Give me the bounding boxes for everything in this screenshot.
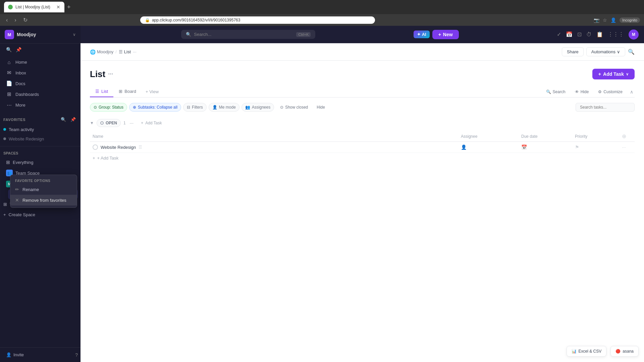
page-title: List ···: [90, 69, 113, 79]
excel-csv-import-button[interactable]: 📊 Excel & CSV: [567, 346, 607, 357]
filters-button[interactable]: ⊟ Filters: [183, 103, 207, 112]
refresh-button[interactable]: ↻: [21, 16, 30, 24]
col-priority-header: Priority: [575, 134, 622, 139]
favorites-item-website-redesign[interactable]: Website Redesign ···: [0, 134, 80, 143]
sidebar-item-more-label: More: [15, 103, 25, 108]
search-bar[interactable]: 🔍 Search... Ctrl+K: [181, 30, 315, 39]
view-hide-button[interactable]: 👁 Hide: [572, 88, 592, 96]
view-customize-button[interactable]: ⚙ Customize: [595, 88, 626, 96]
favorites-pin-icon[interactable]: 📌: [69, 116, 77, 123]
sidebar-item-home[interactable]: ⌂ Home: [3, 57, 78, 67]
add-task-button[interactable]: + Add Task ∨: [592, 69, 635, 79]
me-mode-button[interactable]: 👤 Me mode: [209, 103, 239, 112]
task-section-toggle[interactable]: ▼: [90, 121, 94, 125]
file-icon[interactable]: 📋: [596, 31, 603, 38]
spaces-label: Spaces: [3, 151, 18, 155]
sidebar-item-inbox[interactable]: ✉ Inbox: [3, 67, 78, 78]
assignees-icon: 👥: [245, 105, 250, 110]
share-button[interactable]: Share: [562, 47, 584, 56]
breadcrumb-workspace-icon: 🌐: [90, 49, 96, 55]
sidebar-item-docs[interactable]: 📄 Docs: [3, 78, 78, 89]
asana-import-button[interactable]: 🔴 asana: [610, 346, 639, 357]
show-closed-button[interactable]: ⊙ Show closed: [276, 103, 312, 111]
task-assignee-icon[interactable]: 👤: [461, 144, 521, 150]
add-task-inline-label: Add Task: [145, 121, 162, 125]
sidebar-search-icon[interactable]: 🔍: [5, 46, 13, 54]
breadcrumb: 🌐 Moodjoy / ☰ List ···: [90, 49, 137, 55]
inbox-icon: ✉: [6, 70, 12, 76]
page-title-text: List: [90, 69, 105, 79]
grid-icon[interactable]: ⋮⋮⋮: [608, 31, 624, 38]
sidebar-item-docs-label: Docs: [15, 81, 25, 86]
check-icon[interactable]: ✓: [557, 31, 561, 38]
favorites-item-team-activity[interactable]: Team activity ···: [0, 125, 80, 134]
browser-tab[interactable]: List | Moodjoy (List) ✕: [4, 2, 64, 12]
breadcrumb-more-icon[interactable]: ···: [133, 49, 137, 54]
task-desc-icon[interactable]: ☰: [139, 145, 142, 149]
tab-close-icon[interactable]: ✕: [56, 4, 60, 10]
context-menu-rename[interactable]: ✏ Rename: [10, 184, 77, 195]
me-mode-icon: 👤: [212, 105, 217, 110]
topbar: 🔍 Search... Ctrl+K ✦ AI + New ✓ 📅 ⊡ ⏱ 📋 …: [80, 26, 644, 43]
task-due-date-icon[interactable]: 📅: [521, 144, 575, 150]
page-search-icon[interactable]: 🔍: [628, 49, 635, 55]
sidebar-pin-icon[interactable]: 📌: [14, 46, 23, 54]
page-header: 🌐 Moodjoy / ☰ List ··· Share Automations…: [80, 43, 644, 61]
sidebar-item-dashboards[interactable]: ⊞ Dashboards: [3, 89, 78, 100]
view-search-button[interactable]: 🔍 Search: [543, 88, 569, 96]
incognito-badge: Incognito: [620, 17, 640, 23]
assignees-button[interactable]: 👥 Assignees: [241, 103, 274, 112]
layout-icon[interactable]: ⊡: [577, 31, 582, 38]
group-status-tag[interactable]: ⊙ Group: Status: [90, 103, 127, 112]
hide-button[interactable]: Hide: [314, 103, 328, 111]
tab-list[interactable]: ☰ List: [90, 86, 113, 97]
subtasks-tag[interactable]: ⊕ Subtasks: Collapse all: [129, 103, 181, 112]
create-space-button[interactable]: + Create Space: [0, 209, 80, 220]
add-view-button[interactable]: + View: [142, 86, 163, 97]
task-more-icon[interactable]: ···: [622, 144, 632, 150]
workspace-chevron-icon[interactable]: ∨: [73, 32, 76, 37]
calendar-icon[interactable]: 📅: [566, 31, 573, 38]
invite-button[interactable]: 👤 Invite: [3, 350, 27, 359]
app-container: M Moodjoy ∨ 🔍 📌 ⌂ Home ✉ Inbox 📄 Docs: [0, 26, 644, 362]
task-section-more-icon[interactable]: ···: [128, 120, 135, 126]
tab-board[interactable]: ⊞ Board: [113, 86, 142, 97]
forward-button[interactable]: ›: [12, 16, 18, 24]
profile-icon[interactable]: 👤: [610, 17, 616, 23]
remove-favorites-icon: ✕: [15, 197, 19, 203]
page-title-more-icon[interactable]: ···: [108, 71, 113, 78]
new-plus-icon: +: [438, 32, 441, 37]
excel-csv-label: Excel & CSV: [579, 349, 602, 354]
breadcrumb-current-item[interactable]: ☰ List: [119, 49, 131, 54]
user-avatar[interactable]: M: [629, 29, 639, 40]
new-tab-icon[interactable]: +: [67, 4, 71, 11]
url-bar[interactable]: 🔒 app.clickup.com/9016164592/v/l/li/9016…: [140, 16, 375, 24]
task-name-cell: Website Redesign ☰: [93, 144, 461, 150]
breadcrumb-separator: /: [115, 49, 117, 54]
back-button[interactable]: ‹: [4, 16, 10, 24]
help-icon[interactable]: ?: [75, 352, 78, 358]
task-checkbox[interactable]: [93, 144, 98, 150]
table-row[interactable]: Website Redesign ☰ 👤 📅 ⚑ ···: [90, 142, 635, 153]
add-column-icon[interactable]: ⊕: [622, 133, 632, 139]
add-task-row[interactable]: + + Add Task: [90, 153, 635, 163]
sidebar-item-everything[interactable]: ⊞ Everything: [3, 157, 78, 167]
automations-button[interactable]: Automations ∨: [586, 47, 625, 56]
bookmark-icon[interactable]: ☆: [603, 17, 607, 23]
sidebar-item-more[interactable]: ⋯ More: [3, 100, 78, 110]
task-section-header: ▼ OPEN 1 ··· + Add Task: [90, 116, 635, 130]
add-task-inline-button[interactable]: + Add Task: [138, 119, 165, 127]
context-menu-remove-favorites[interactable]: ✕ Remove from favorites: [10, 195, 77, 205]
favorites-search-icon[interactable]: 🔍: [59, 116, 68, 123]
tab-favicon: [8, 5, 13, 9]
new-button[interactable]: + New: [432, 30, 459, 39]
sidebar-nav: ⌂ Home ✉ Inbox 📄 Docs ⊞ Dashboards ⋯ Mor…: [0, 56, 80, 112]
task-priority-icon[interactable]: ⚑: [575, 144, 622, 150]
clock-icon[interactable]: ⏱: [586, 32, 592, 38]
search-tasks-input[interactable]: [576, 103, 635, 112]
view-collapse-icon[interactable]: ∧: [629, 88, 635, 96]
view-tabs: ☰ List ⊞ Board + View 🔍 Search 👁 Hide: [90, 86, 635, 98]
breadcrumb-workspace[interactable]: 🌐 Moodjoy: [90, 49, 113, 55]
ai-button[interactable]: ✦ AI: [414, 31, 430, 38]
workspace-header[interactable]: M Moodjoy ∨: [0, 26, 80, 44]
